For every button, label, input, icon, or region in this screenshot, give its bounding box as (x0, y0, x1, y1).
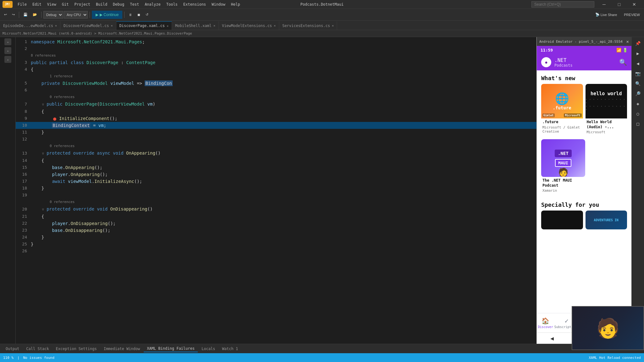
sidebar-camera-icon[interactable]: 📷 (634, 69, 642, 78)
tab-servicesextensions[interactable]: ServicesExtensions.cs ✕ (279, 21, 337, 30)
close-button[interactable]: ✕ (627, 0, 641, 9)
status-separator: | (17, 356, 19, 360)
phone-content[interactable]: What's new 🌐 .future Microsoft Gimlet .f… (537, 70, 631, 313)
podcast-card-future[interactable]: 🌐 .future Microsoft Gimlet .future Micro… (541, 84, 583, 135)
podcast-card-maui[interactable]: .NET MAUI 🧑 The .NET MAUI Podcast Xamari… (541, 139, 585, 194)
sidebar-pin-icon[interactable]: 📌 (634, 39, 642, 48)
sidebar-circle-icon[interactable]: ○ (634, 109, 642, 118)
pause-button[interactable]: ⏸ (126, 11, 134, 19)
save-button[interactable]: 💾 (21, 11, 30, 19)
phone-status-bar: 11:59 📶 🔋 (537, 46, 631, 54)
tab-discoverviewmodel[interactable]: DiscoverViewModel.cs ✕ (60, 21, 116, 30)
podcast-card-helloworld[interactable]: hello world · · · · · · · · · · · · · · … (586, 84, 627, 135)
sidebar-zoom-out-icon[interactable]: 🔎 (634, 89, 642, 98)
platform-dropdown[interactable]: Any CPU (64, 11, 88, 19)
menu-project[interactable]: Project (72, 2, 93, 7)
toolbar-sep-3 (90, 12, 90, 18)
menu-git[interactable]: Git (59, 2, 71, 7)
restart-button[interactable]: ↺ (143, 11, 151, 19)
app-title: .NET (554, 57, 573, 63)
bottom-panel-tabs: Output Call Stack Exception Settings Imm… (0, 344, 644, 353)
code-editor[interactable]: 1 namespace Microsoft.NetConf2021.Maui.P… (16, 37, 536, 344)
menu-file[interactable]: File (15, 2, 29, 7)
panel-tab-callstack[interactable]: Call Stack (23, 346, 52, 352)
code-line-6: 6 (16, 87, 536, 94)
sidebar-arrow-left-icon[interactable]: ◀ (634, 59, 642, 68)
menu-tools[interactable]: Tools (164, 2, 180, 7)
search-icon[interactable]: 🔍 (619, 58, 627, 66)
hw-dots2: · · · · · · · · · · · · (586, 105, 627, 112)
code-line-20: 20 ▽ protected override void OnDisappear… (16, 206, 536, 213)
future-card-image: 🌐 .future Microsoft Gimlet (541, 84, 583, 118)
gutter-icon-1[interactable]: ⬦ (4, 38, 11, 45)
tab-close-icon[interactable]: ✕ (167, 24, 169, 28)
debug-config-dropdown[interactable]: Debug (43, 11, 63, 19)
minimize-button[interactable]: ─ (597, 0, 611, 9)
tab-discoverpage[interactable]: DiscoverPage.xaml.cs ✕ (116, 21, 172, 30)
stop-button[interactable]: ⏹ (135, 11, 143, 19)
phone-status-icons: 📶 🔋 (616, 48, 628, 52)
code-line-3-ref: 8 references (16, 52, 536, 59)
maui-title: The .NET MAUI Podcast (541, 177, 585, 189)
code-line-8: 8 { (16, 108, 536, 115)
tab-episodemodel[interactable]: EpisodeDe...ewModel.cs ✕ (0, 21, 60, 30)
menu-test[interactable]: Test (127, 2, 142, 7)
panel-tab-watch1[interactable]: Watch 1 (219, 346, 241, 352)
menu-help[interactable]: Help (228, 2, 242, 7)
tab-viewmodelextensions[interactable]: ViewModelExtensions.cs ✕ (219, 21, 279, 30)
sidebar-arrow-right-icon[interactable]: ▶ (634, 49, 642, 58)
podcast-card-special-2[interactable]: ADVENTURES IN (586, 211, 627, 229)
tab-close-icon[interactable]: ✕ (332, 24, 334, 27)
zoom-level: 110 % (3, 356, 14, 360)
panel-tab-locals[interactable]: Locals (198, 346, 218, 352)
code-line-1: 1 namespace Microsoft.NetConf2021.Maui.P… (16, 38, 536, 45)
tab-label: ViewModelExtensions.cs (222, 24, 272, 28)
code-line-7: 7 ▽ public DiscoverPage(DiscoverViewMode… (16, 101, 536, 108)
sidebar-layers-icon[interactable]: ◈ (634, 99, 642, 108)
search-input[interactable] (531, 1, 594, 8)
play-icon: ▶ (96, 13, 98, 17)
undo-button[interactable]: ↩ (2, 11, 9, 19)
open-button[interactable]: 📂 (31, 11, 39, 19)
tab-close-icon[interactable]: ✕ (55, 24, 57, 27)
menu-view[interactable]: View (45, 2, 59, 7)
redo-button[interactable]: ↪ (10, 11, 17, 19)
sidebar-square-icon[interactable]: □ (634, 119, 642, 128)
menu-window[interactable]: Window (209, 2, 228, 7)
panel-tab-immediate[interactable]: Immediate Window (101, 346, 143, 352)
tab-mobileshell[interactable]: MobileShell.xaml ✕ (172, 21, 219, 30)
panel-tab-xamlbinding[interactable]: XAML Binding Failures (144, 345, 198, 352)
menu-edit[interactable]: Edit (30, 2, 44, 7)
hw-dots: · · · · · · · · · · · · (586, 98, 627, 105)
maximize-button[interactable]: □ (612, 0, 626, 9)
emulator-close-icon[interactable]: ✕ (626, 39, 629, 44)
nav-item-discover[interactable]: 🏠 Discover (537, 316, 554, 330)
live-share-button[interactable]: 📡 Live Share (593, 11, 619, 19)
code-line-23: 23 base.OnDisappearing(); (16, 227, 536, 234)
podcast-card-special-1[interactable] (541, 211, 583, 229)
sidebar-zoom-in-icon[interactable]: 🔍 (634, 79, 642, 88)
menu-build[interactable]: Build (93, 2, 110, 7)
continue-button[interactable]: ▶ ▶ Continue (92, 11, 122, 19)
menu-extensions[interactable]: Extensions (181, 2, 208, 7)
app-subtitle: Podcasts (554, 63, 573, 68)
panel-tab-output[interactable]: Output (3, 346, 22, 352)
code-line-21: 21 { (16, 213, 536, 220)
menu-bar: JM! File Edit View Git Project Build Deb… (0, 0, 644, 9)
android-back-button[interactable]: ◀ (550, 335, 554, 342)
whats-new-title: What's new (537, 70, 631, 84)
window-title: Podcasts.DotnetMaui (300, 2, 343, 7)
menu-debug[interactable]: Debug (110, 2, 127, 7)
code-line-5-ref: 1 reference (16, 73, 536, 80)
tab-close-icon[interactable]: ✕ (274, 24, 276, 27)
right-sidebar: 📌 ▶ ◀ 📷 🔍 🔎 ◈ ○ □ ··· (631, 37, 644, 344)
tab-close-icon[interactable]: ✕ (214, 24, 215, 27)
preview-button[interactable]: PREVIEW (622, 11, 642, 19)
gutter-icon-2[interactable]: ⬦ (4, 47, 11, 54)
menu-bar-right: ─ □ ✕ (531, 0, 641, 9)
menu-analyze[interactable]: Analyze (142, 2, 163, 7)
emulator-title: Android Emulator - pixel_5_-_api_28:5554 (539, 40, 623, 44)
panel-tab-exceptions[interactable]: Exception Settings (53, 346, 100, 352)
tab-close-icon[interactable]: ✕ (111, 24, 113, 27)
gutter-icon-3[interactable]: ⬦ (4, 56, 11, 63)
